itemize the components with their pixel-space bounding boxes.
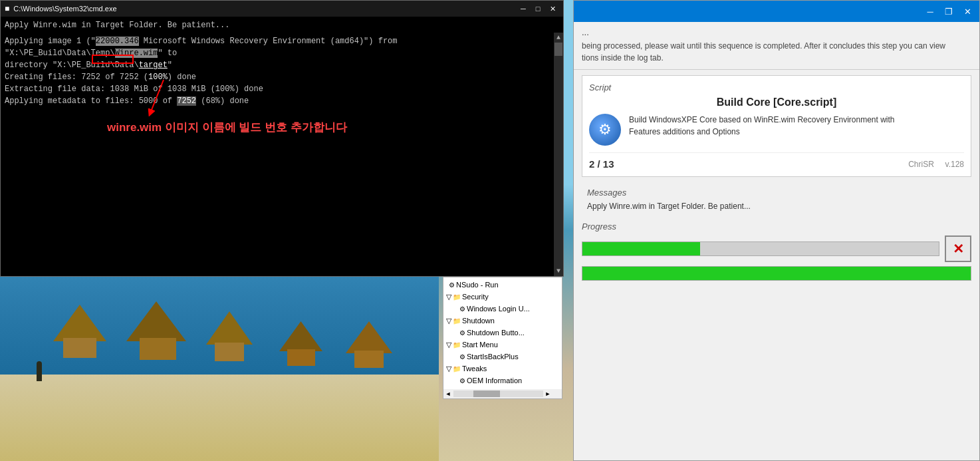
cancel-button[interactable]: ✕: [945, 235, 971, 262]
tree-item-start-menu[interactable]: ▽ 📁 Start Menu: [443, 339, 562, 351]
hut-body-5: [354, 351, 384, 368]
script-title: Build Core [Core.script]: [589, 96, 964, 108]
tree-expand-tweaks: ▽: [446, 365, 451, 373]
app-minimize-button[interactable]: ─: [921, 2, 939, 21]
cmd-line-4: directory "X:\PE_Build\Data\target": [5, 59, 559, 71]
tree-hscrollbar[interactable]: ◄ ►: [443, 389, 562, 398]
tree-label-oem: OEM Information: [467, 377, 522, 384]
progress-row-1: ✕: [582, 235, 971, 262]
app-ellipsis: ...: [582, 27, 971, 37]
tree-label-shutdown-btn: Shutdown Butto...: [467, 329, 525, 337]
nsudo-icon: ⚙: [449, 281, 455, 289]
app-window: ─ ❐ ✕ ... being processed, please wait u…: [573, 0, 980, 461]
tree-label-tweaks: Tweaks: [462, 365, 487, 373]
cmd-line-1: Apply Winre.wim in Target Folder. Be pat…: [5, 19, 559, 31]
person-silhouette: [37, 361, 42, 381]
cmd-content-area: Apply Winre.wim in Target Folder. Be pat…: [1, 17, 563, 276]
progress-bar-1: [582, 241, 939, 256]
tree-vscroll-corner: [552, 389, 562, 398]
cmd-title-bar: ■ C:\Windows\System32\cmd.exe: [5, 4, 117, 13]
svg-line-0: [150, 80, 164, 113]
tree-label-security: Security: [462, 293, 489, 301]
messages-panel: Messages Apply Winre.wim in Target Folde…: [582, 182, 971, 216]
shutdown-btn-icon: ⚙: [459, 329, 465, 337]
cmd-window: ■ C:\Windows\System32\cmd.exe ─ □ ✕ Appl…: [0, 0, 564, 277]
tree-expand-start: ▽: [446, 341, 451, 349]
app-status-text: being processed, please wait until this …: [582, 40, 971, 64]
progress-bar-1-fill: [582, 242, 700, 255]
tree-expand-shutdown: ▽: [446, 317, 451, 325]
tree-label-startisback: StartIsBackPlus: [467, 353, 519, 361]
tree-label-start-menu: Start Menu: [462, 341, 498, 349]
app-close-button[interactable]: ✕: [958, 2, 977, 21]
cmd-line-6: Extracting file data: 1038 MiB of 1038 M…: [5, 83, 559, 95]
folder-icon-start-menu: 📁: [453, 341, 461, 349]
startisback-icon: ⚙: [459, 353, 465, 361]
messages-section-label: Messages: [587, 188, 966, 198]
progress-bar-2: [582, 266, 971, 281]
hut-body-1: [63, 338, 96, 358]
cmd-window-controls: ─ □ ✕: [517, 4, 559, 13]
hut-body-4: [287, 349, 315, 366]
cmd-output-text: Apply Winre.wim in Target Folder. Be pat…: [5, 19, 559, 107]
script-description: Build WindowsXPE Core based on WinRE.wim…: [629, 114, 895, 138]
tree-hscroll-track: [453, 390, 552, 397]
cmd-maximize-button[interactable]: □: [531, 4, 545, 13]
app-titlebar: ─ ❐ ✕: [574, 1, 979, 22]
tree-item-tweaks[interactable]: ▽ 📁 Tweaks: [443, 363, 562, 375]
annotation-arrow: [130, 73, 210, 126]
folder-icon-shutdown: 📁: [453, 317, 461, 325]
script-section-label: Script: [589, 82, 964, 92]
script-panel: Script Build Core [Core.script] Build Wi…: [582, 75, 971, 177]
tree-item-oem[interactable]: ⚙ OEM Information: [443, 375, 562, 386]
cmd-line-7: Applying metadata to files: 5000 of 7252…: [5, 95, 559, 107]
windows-login-icon: ⚙: [459, 305, 465, 313]
sand: [0, 375, 439, 461]
tree-item-security[interactable]: ▽ 📁 Security: [443, 291, 562, 303]
tree-item-windows-login[interactable]: ⚙ Windows Login U...: [443, 303, 562, 315]
tree-label-shutdown: Shutdown: [462, 317, 495, 325]
script-footer: 2 / 13 ChriSR v.128: [589, 152, 964, 170]
tree-scroll-left-btn[interactable]: ◄: [443, 389, 453, 398]
folder-icon-tweaks: 📁: [453, 365, 461, 373]
tree-expand-security: ▽: [446, 293, 451, 301]
cmd-titlebar: ■ C:\Windows\System32\cmd.exe ─ □ ✕: [1, 1, 563, 17]
highlight-box: [92, 55, 134, 64]
app-top-section: ... being processed, please wait until t…: [574, 22, 979, 70]
script-info: Build WindowsXPE Core based on WinRE.wim…: [589, 114, 964, 146]
tree-label-nsudo: NSudo - Run: [456, 281, 499, 289]
cmd-window-title: C:\Windows\System32\cmd.exe: [13, 5, 116, 13]
message-content: Apply Winre.wim in Target Folder. Be pat…: [587, 202, 966, 211]
cancel-icon: ✕: [953, 241, 964, 257]
oem-icon: ⚙: [459, 377, 465, 384]
cmd-line-3: Applying image 1 ("22000.346 Microsoft W…: [5, 35, 559, 59]
script-meta: ChriSR v.128: [908, 160, 964, 169]
tree-label-windows-login: Windows Login U...: [467, 305, 530, 313]
script-author: ChriSR: [908, 160, 934, 169]
tree-item-startisback[interactable]: ⚙ StartIsBackPlus: [443, 351, 562, 363]
cmd-annotation-text: winre.wim 이미지 이름에 빌드 번호 추가합니다: [107, 120, 347, 135]
hut-body-2: [140, 338, 176, 360]
tree-hscroll-thumb[interactable]: [473, 390, 500, 397]
progress-row-2: [582, 266, 971, 281]
cmd-minimize-button[interactable]: ─: [517, 4, 530, 13]
progress-panel: Progress ✕: [582, 222, 971, 285]
script-version: v.128: [945, 160, 964, 169]
hut-body-3: [215, 343, 244, 361]
cmd-line-5: Creating files: 7252 of 7252 (100%) done: [5, 71, 559, 83]
script-count: 2 / 13: [589, 158, 614, 170]
tree-scroll-right-btn[interactable]: ►: [543, 389, 552, 398]
tree-item-shutdown-btn[interactable]: ⚙ Shutdown Butto...: [443, 327, 562, 339]
cmd-close-button[interactable]: ✕: [546, 4, 559, 13]
progress-bar-2-fill: [582, 267, 971, 280]
scrollbar-thumb[interactable]: [554, 43, 562, 56]
cmd-scrollbar[interactable]: ▲ ▼: [554, 33, 563, 276]
app-body: ... being processed, please wait until t…: [574, 22, 979, 460]
app-restore-button[interactable]: ❐: [939, 2, 958, 21]
script-gear-icon: [589, 114, 621, 146]
cmd-terminal-icon: ■: [5, 4, 9, 13]
tree-item-nsudo[interactable]: ⚙ NSudo - Run: [443, 279, 562, 291]
progress-section-label: Progress: [582, 222, 971, 231]
file-tree-content: ⚙ NSudo - Run ▽ 📁 Security ⚙ Windows Log…: [443, 277, 562, 399]
tree-item-shutdown[interactable]: ▽ 📁 Shutdown: [443, 315, 562, 327]
